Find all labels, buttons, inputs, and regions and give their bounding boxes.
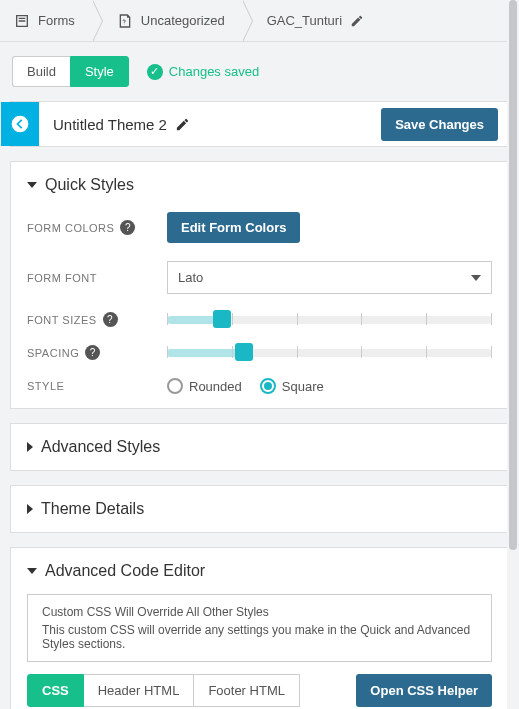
caret-down-icon: [27, 568, 37, 574]
breadcrumb-uncategorized[interactable]: Uncategorized: [93, 0, 243, 41]
pencil-icon[interactable]: [350, 14, 364, 28]
breadcrumb-current[interactable]: GAC_Tunturi: [243, 0, 382, 41]
svg-point-0: [12, 116, 29, 133]
breadcrumb-forms-label: Forms: [38, 13, 75, 28]
override-note: Custom CSS Will Override All Other Style…: [27, 594, 492, 662]
tab-style[interactable]: Style: [70, 56, 129, 87]
breadcrumb-current-label: GAC_Tunturi: [267, 13, 342, 28]
advanced-styles-header[interactable]: Advanced Styles: [27, 438, 492, 456]
advanced-code-header[interactable]: Advanced Code Editor: [27, 562, 492, 580]
advanced-styles-panel: Advanced Styles: [10, 423, 509, 471]
advanced-styles-heading: Advanced Styles: [41, 438, 160, 456]
breadcrumb-uncategorized-label: Uncategorized: [141, 13, 225, 28]
mode-tabs: Build Style ✓ Changes saved: [0, 42, 519, 101]
back-button[interactable]: [1, 102, 39, 146]
help-icon[interactable]: ?: [85, 345, 100, 360]
pencil-icon[interactable]: [175, 117, 190, 132]
font-sizes-label: FONT SIZES ?: [27, 312, 167, 327]
caret-right-icon: [27, 504, 33, 514]
tab-css[interactable]: CSS: [27, 674, 84, 707]
chevron-down-icon: [471, 275, 481, 281]
save-changes-button[interactable]: Save Changes: [381, 108, 498, 141]
theme-title[interactable]: Untitled Theme 2: [39, 116, 381, 133]
breadcrumb-forms[interactable]: Forms: [0, 0, 93, 41]
override-note-body: This custom CSS will override any settin…: [42, 623, 477, 651]
help-icon[interactable]: ?: [103, 312, 118, 327]
theme-details-header[interactable]: Theme Details: [27, 500, 492, 518]
changes-saved-label: Changes saved: [169, 64, 259, 79]
caret-down-icon: [27, 182, 37, 188]
title-bar: Untitled Theme 2 Save Changes: [10, 101, 509, 147]
edit-form-colors-button[interactable]: Edit Form Colors: [167, 212, 300, 243]
open-css-helper-button[interactable]: Open CSS Helper: [356, 674, 492, 707]
radio-square[interactable]: Square: [260, 378, 324, 394]
advanced-code-panel: Advanced Code Editor Custom CSS Will Ove…: [10, 547, 509, 709]
quick-styles-heading: Quick Styles: [45, 176, 134, 194]
radio-rounded[interactable]: Rounded: [167, 378, 242, 394]
slider-thumb[interactable]: [235, 343, 253, 361]
radio-icon: [260, 378, 276, 394]
style-label: STYLE: [27, 380, 167, 392]
theme-details-panel: Theme Details: [10, 485, 509, 533]
quick-styles-panel: Quick Styles FORM COLORS ? Edit Form Col…: [10, 161, 509, 409]
checkmark-icon: ✓: [147, 64, 163, 80]
slider-thumb[interactable]: [213, 310, 231, 328]
font-select[interactable]: Lato: [167, 261, 492, 294]
form-font-label: FORM FONT: [27, 272, 167, 284]
scrollbar-thumb[interactable]: [509, 0, 517, 550]
radio-icon: [167, 378, 183, 394]
tab-header-html[interactable]: Header HTML: [84, 674, 195, 707]
code-tabs: CSS Header HTML Footer HTML Open CSS Hel…: [27, 674, 492, 707]
override-note-title: Custom CSS Will Override All Other Style…: [42, 605, 477, 619]
form-icon: [14, 13, 30, 29]
font-sizes-slider[interactable]: [167, 315, 492, 325]
chevron-left-icon: [10, 114, 30, 134]
caret-right-icon: [27, 442, 33, 452]
theme-details-heading: Theme Details: [41, 500, 144, 518]
changes-saved-indicator: ✓ Changes saved: [147, 64, 259, 80]
tab-build[interactable]: Build: [12, 56, 70, 87]
scrollbar[interactable]: [507, 0, 519, 709]
help-icon[interactable]: ?: [120, 220, 135, 235]
quick-styles-header[interactable]: Quick Styles: [27, 176, 492, 194]
tab-footer-html[interactable]: Footer HTML: [194, 674, 300, 707]
style-radio-group: Rounded Square: [167, 378, 324, 394]
spacing-slider[interactable]: [167, 348, 492, 358]
font-select-value: Lato: [178, 270, 203, 285]
advanced-code-heading: Advanced Code Editor: [45, 562, 205, 580]
breadcrumb: Forms Uncategorized GAC_Tunturi: [0, 0, 519, 42]
spacing-label: SPACING ?: [27, 345, 167, 360]
form-colors-label: FORM COLORS ?: [27, 220, 167, 235]
theme-title-text: Untitled Theme 2: [53, 116, 167, 133]
question-file-icon: [117, 13, 133, 29]
